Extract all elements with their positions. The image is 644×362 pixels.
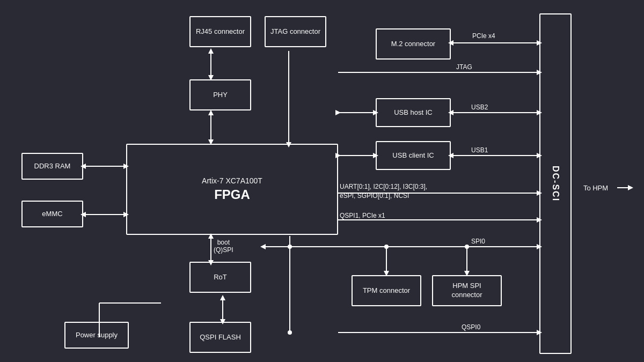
fpga-block: Artix-7 XC7A100T FPGA: [126, 144, 338, 235]
to-hpm-label: To HPM: [583, 184, 608, 192]
qspi-flash-block: QSPI FLASH: [189, 322, 251, 353]
boot-qspi-text: boot(Q)SPI: [214, 239, 233, 254]
jtag-connector-block: JTAG connector: [265, 16, 326, 47]
power-supply-label: Power supply: [76, 331, 118, 340]
usb-client-block: USB client IC: [376, 141, 451, 170]
dc-sci-label: DC-SCI: [550, 166, 561, 202]
svg-marker-55: [260, 244, 266, 249]
svg-marker-4: [208, 110, 214, 115]
power-supply-block: Power supply: [64, 322, 129, 349]
m2-block: M.2 connector: [376, 28, 451, 60]
uart-label: UART[0:1], I2C[0:12], I3C[0:3],eSPI, SGP…: [340, 182, 427, 201]
rj45-label: RJ45 connector: [196, 27, 245, 36]
rot-block: RoT: [189, 262, 251, 293]
svg-point-57: [288, 245, 292, 249]
diagram: RJ45 connector JTAG connector PHY Artix-…: [0, 0, 644, 362]
tpm-label: TPM connector: [363, 286, 410, 295]
jtag-conn-label: JTAG connector: [270, 27, 320, 36]
fpga-title: Artix-7 XC7A100T: [202, 176, 262, 186]
dc-sci-block: DC-SCI: [539, 13, 572, 354]
hpm-spi-label: HPM SPI connector: [437, 282, 496, 300]
usb-host-label: USB host IC: [394, 108, 433, 117]
usb-client-label: USB client IC: [392, 151, 434, 160]
rot-label: RoT: [214, 273, 227, 282]
uart-text: UART[0:1], I2C[0:12], I3C[0:3],eSPI, SGP…: [340, 183, 427, 200]
svg-marker-60: [628, 185, 633, 190]
ddr3-label: DDR3 RAM: [34, 162, 71, 171]
phy-block: PHY: [189, 79, 251, 110]
m2-label: M.2 connector: [391, 40, 435, 49]
pcie-x4-label: PCIe x4: [472, 32, 495, 40]
phy-label: PHY: [213, 91, 228, 100]
svg-point-51: [465, 245, 469, 249]
hpm-spi-block: HPM SPI connector: [432, 275, 502, 306]
usb2-label: USB2: [471, 104, 488, 111]
svg-point-58: [288, 330, 292, 335]
jtag-line-label: JTAG: [456, 63, 472, 71]
rj45-block: RJ45 connector: [189, 16, 251, 47]
svg-marker-1: [208, 48, 214, 54]
svg-point-50: [384, 245, 389, 249]
svg-marker-18: [220, 295, 225, 300]
qspi0-label: QSPI0: [462, 323, 480, 331]
svg-marker-31: [335, 110, 341, 115]
tpm-block: TPM connector: [352, 275, 421, 306]
ddr3-block: DDR3 RAM: [21, 153, 83, 180]
emmc-label: eMMC: [42, 210, 62, 219]
qspi1-label: QSPI1, PCIe x1: [340, 212, 385, 219]
qspi-flash-label: QSPI FLASH: [200, 333, 241, 342]
usb1-label: USB1: [471, 146, 488, 154]
boot-qspi-label: boot(Q)SPI: [214, 239, 233, 254]
fpga-subtitle: FPGA: [214, 186, 250, 203]
usb-host-block: USB host IC: [376, 98, 451, 127]
emmc-block: eMMC: [21, 201, 83, 227]
to-hpm-area: To HPM: [574, 176, 617, 200]
spi0-label: SPI0: [471, 238, 485, 245]
